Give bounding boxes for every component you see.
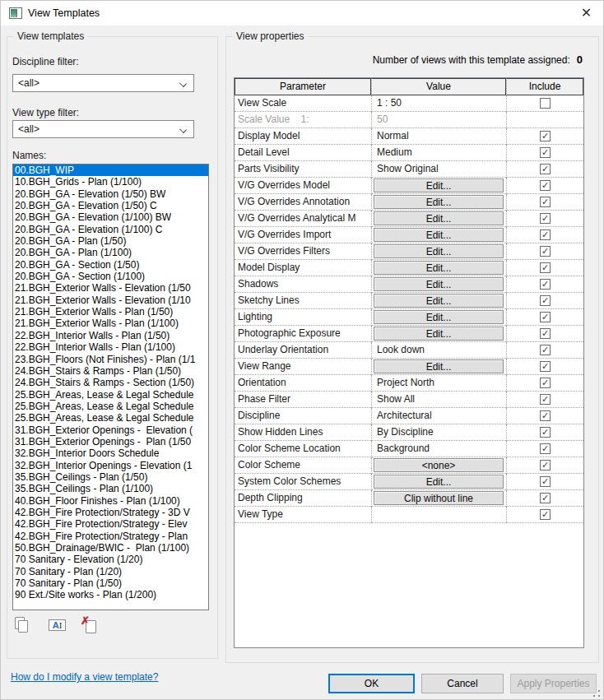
include-checkbox[interactable]: ✓: [540, 147, 551, 158]
view-type-filter-select[interactable]: <all>: [12, 120, 194, 138]
close-icon[interactable]: ✕: [568, 1, 604, 25]
value-edit-button[interactable]: <none>: [374, 458, 504, 472]
discipline-filter-select[interactable]: <all>: [12, 74, 194, 92]
value-edit-button[interactable]: Edit...: [374, 195, 504, 209]
template-name-item[interactable]: 24.BGH_Stairs & Ramps - Section (1/50): [13, 377, 208, 388]
duplicate-icon[interactable]: [12, 615, 34, 637]
value-cell[interactable]: Project North: [371, 375, 506, 392]
template-name-item[interactable]: 20.BGH_GA - Section (1/50): [13, 259, 208, 271]
include-checkbox[interactable]: ✓: [540, 361, 551, 372]
template-name-item[interactable]: 24.BGH_Stairs & Ramps - Plan (1/50): [13, 365, 208, 377]
value-cell[interactable]: Look down: [371, 342, 506, 359]
help-link[interactable]: How do I modify a view template?: [11, 671, 158, 683]
template-name-item[interactable]: 31.BGH_Exterior Openings - Plan (1/50: [13, 436, 208, 447]
ok-button[interactable]: OK: [328, 674, 415, 693]
value-cell[interactable]: Normal: [371, 128, 506, 145]
template-name-item[interactable]: 21.BGH_Exterior Walls - Elevation (1/50: [13, 282, 208, 294]
template-name-item[interactable]: 20.BGH_GA - Elevation (1/50) C: [13, 200, 208, 211]
template-name-item[interactable]: 20.BGH_GA - Elevation (1/50) BW: [13, 188, 208, 200]
value-edit-button[interactable]: Edit...: [374, 261, 504, 275]
value-edit-button[interactable]: Edit...: [374, 178, 504, 192]
template-name-item[interactable]: 20.BGH_GA - Elevation (1/100) C: [13, 224, 208, 235]
include-checkbox[interactable]: ✓: [540, 279, 551, 290]
template-name-item[interactable]: 42.BGH_Fire Protection/Strategy - Plan: [13, 531, 208, 542]
include-checkbox[interactable]: ✓: [540, 410, 551, 421]
names-list[interactable]: 00.BGH_WIP10.BGH_Grids - Plan (1/100)20.…: [12, 164, 209, 610]
value-edit-button[interactable]: Edit...: [374, 211, 504, 225]
value-cell[interactable]: By Discipline: [371, 424, 506, 441]
include-checkbox[interactable]: ✓: [540, 345, 551, 355]
template-name-item[interactable]: 21.BGH_Exterior Walls - Elevation (1/10: [13, 294, 208, 306]
include-checkbox[interactable]: ✓: [540, 476, 551, 487]
include-checkbox[interactable]: ✓: [540, 131, 551, 141]
value-cell[interactable]: Show Original: [371, 161, 506, 178]
resize-grip-icon[interactable]: [592, 689, 601, 698]
include-checkbox[interactable]: ✓: [540, 197, 551, 207]
template-name-item[interactable]: 42.BGH_Fire Protection/Strategy - Elev: [13, 518, 208, 530]
value-cell: Edit...: [371, 359, 506, 375]
value-edit-button[interactable]: Clip without line: [374, 491, 504, 505]
template-name-item[interactable]: 35.BGH_Ceilings - Plan (1/50): [13, 471, 208, 483]
template-name-item[interactable]: 21.BGH_Exterior Walls - Plan (1/100): [13, 318, 208, 329]
value-edit-button[interactable]: Edit...: [374, 228, 504, 242]
value-edit-button[interactable]: Edit...: [374, 244, 504, 258]
value-edit-button[interactable]: Edit...: [374, 475, 504, 489]
template-name-item[interactable]: 50.BGH_Drainage/BWIC - Plan (1/100): [13, 542, 208, 554]
include-checkbox[interactable]: ✓: [540, 394, 551, 405]
template-name-item[interactable]: 70 Sanitary - Plan (1/20): [13, 566, 208, 577]
include-checkbox[interactable]: ✓: [540, 460, 551, 471]
template-name-item[interactable]: 31.BGH_Exterior Openings - Elevation (: [13, 424, 208, 436]
template-name-item[interactable]: 25.BGH_Areas, Lease & Legal Schedule: [13, 401, 208, 412]
template-name-item[interactable]: 20.BGH_GA - Elevation (1/100) BW: [13, 211, 208, 223]
template-name-item[interactable]: 10.BGH_Grids - Plan (1/100): [13, 176, 208, 188]
title-bar: View Templates ✕: [1, 1, 604, 25]
value-cell[interactable]: Medium: [371, 145, 506, 161]
template-name-item[interactable]: 21.BGH_Exterior Walls - Plan (1/50): [13, 306, 208, 318]
value-edit-button[interactable]: Edit...: [374, 359, 504, 373]
template-name-item[interactable]: 20.BGH_GA - Section (1/100): [13, 271, 208, 282]
template-name-item[interactable]: 42.BGH_Fire Protection/Strategy - 3D V: [13, 507, 208, 518]
include-checkbox[interactable]: ✓: [540, 328, 551, 339]
template-name-item[interactable]: 25.BGH_Areas, Lease & Legal Schedule: [13, 389, 208, 401]
template-name-item[interactable]: 32.BGH_Interior Openings - Elevation (1: [13, 460, 208, 471]
template-name-item[interactable]: 00.BGH_WIP: [13, 165, 208, 176]
delete-icon[interactable]: ✗: [80, 615, 101, 637]
value-cell[interactable]: 1 : 50: [371, 95, 506, 112]
include-checkbox[interactable]: ✓: [540, 180, 551, 191]
rename-icon[interactable]: AI: [47, 615, 68, 637]
value-edit-button[interactable]: Edit...: [374, 294, 504, 308]
value-cell[interactable]: Show All: [371, 392, 506, 408]
template-name-item[interactable]: 25.BGH_Areas, Lease & Legal Schedule: [13, 412, 208, 424]
include-checkbox[interactable]: ✓: [540, 246, 551, 257]
value-edit-button[interactable]: Edit...: [374, 310, 504, 324]
template-name-item[interactable]: 32.BGH_Interior Doors Schedule: [13, 447, 208, 459]
include-checkbox[interactable]: ✓: [540, 229, 551, 240]
value-cell[interactable]: Background: [371, 441, 506, 457]
include-checkbox[interactable]: ✓: [540, 262, 551, 273]
include-checkbox[interactable]: ✓: [540, 164, 551, 174]
template-name-item[interactable]: 70 Sanitary - Elevation (1/20): [13, 554, 208, 565]
value-edit-button[interactable]: Edit...: [374, 277, 504, 291]
include-checkbox[interactable]: ✓: [540, 493, 551, 503]
include-checkbox[interactable]: [540, 98, 551, 109]
template-name-item[interactable]: 20.BGH_GA - Plan (1/50): [13, 235, 208, 247]
template-name-item[interactable]: 22.BGH_Interior Walls - Plan (1/50): [13, 330, 208, 341]
include-checkbox[interactable]: ✓: [540, 213, 551, 224]
include-checkbox[interactable]: ✓: [540, 378, 551, 388]
include-checkbox[interactable]: ✓: [540, 509, 551, 520]
template-name-item[interactable]: 90 Ext./Site works - Plan (1/200): [13, 589, 208, 600]
value-edit-button[interactable]: Edit...: [374, 327, 504, 341]
include-checkbox[interactable]: ✓: [540, 443, 551, 454]
cancel-button[interactable]: Cancel: [421, 674, 504, 693]
include-checkbox[interactable]: ✓: [540, 427, 551, 438]
include-checkbox[interactable]: ✓: [540, 312, 551, 322]
include-checkbox[interactable]: ✓: [540, 295, 551, 306]
template-name-item[interactable]: 23.BGH_Floors (Not Finishes) - Plan (1/1: [13, 354, 208, 365]
template-name-item[interactable]: 22.BGH_Interior Walls - Plan (1/100): [13, 341, 208, 353]
value-cell[interactable]: Architectural: [371, 408, 506, 424]
template-name-item[interactable]: 35.BGH_Ceilings - Plan (1/100): [13, 483, 208, 494]
template-name-item[interactable]: 40.BGH_Floor Finishes - Plan (1/100): [13, 495, 208, 507]
template-name-item[interactable]: 20.BGH_GA - Plan (1/100): [13, 247, 208, 258]
template-name-item[interactable]: 70 Sanitary - Plan (1/50): [13, 577, 208, 589]
value-cell[interactable]: 50: [371, 112, 506, 128]
